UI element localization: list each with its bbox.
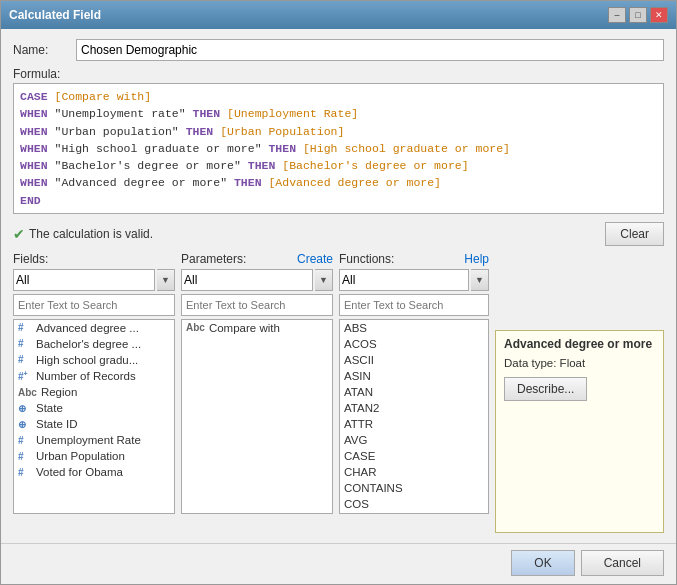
- hash-icon: #: [18, 322, 32, 333]
- hash-icon: #: [18, 451, 32, 462]
- formula-label: Formula:: [13, 67, 664, 81]
- hash-icon: #: [18, 467, 32, 478]
- describe-button[interactable]: Describe...: [504, 377, 587, 401]
- hash-icon: #: [18, 338, 32, 349]
- maximize-button[interactable]: □: [629, 7, 647, 23]
- list-item[interactable]: ABS: [340, 320, 488, 336]
- list-item[interactable]: ASCII: [340, 352, 488, 368]
- list-item[interactable]: CONTAINS: [340, 480, 488, 496]
- functions-list: ABS ACOS ASCII ASIN ATAN ATAN2 ATTR AVG …: [339, 319, 489, 514]
- ok-button[interactable]: OK: [511, 550, 574, 576]
- hash-icon: #: [18, 435, 32, 446]
- params-dropdown-arrow[interactable]: ▼: [315, 269, 333, 291]
- list-item[interactable]: ⊕State ID: [14, 416, 174, 432]
- params-dropdown[interactable]: All: [181, 269, 313, 291]
- name-row: Name:: [13, 39, 664, 61]
- info-box: Advanced degree or more Data type: Float…: [495, 330, 664, 533]
- validation-row: ✔ The calculation is valid. Clear: [13, 222, 664, 246]
- info-spacer2: [495, 278, 664, 300]
- title-bar-buttons: – □ ✕: [608, 7, 668, 23]
- list-item[interactable]: ATAN: [340, 384, 488, 400]
- list-item[interactable]: #Unemployment Rate: [14, 432, 174, 448]
- hash-icon: #: [18, 354, 32, 365]
- cancel-button[interactable]: Cancel: [581, 550, 664, 576]
- info-title: Advanced degree or more: [504, 337, 655, 351]
- list-item[interactable]: CHAR: [340, 464, 488, 480]
- list-item[interactable]: COT: [340, 512, 488, 514]
- fields-dropdown-arrow[interactable]: ▼: [157, 269, 175, 291]
- functions-panel: Functions: Help All ▼ ABS ACOS ASCII ASI…: [339, 252, 489, 533]
- dialog-footer: OK Cancel: [1, 543, 676, 584]
- info-panel: Advanced degree or more Data type: Float…: [495, 252, 664, 533]
- info-datatype: Data type: Float: [504, 357, 655, 369]
- params-header: Parameters: Create: [181, 252, 333, 266]
- dialog: Calculated Field – □ ✕ Name: Formula: CA…: [0, 0, 677, 585]
- list-item[interactable]: ⊕State: [14, 400, 174, 416]
- list-item[interactable]: ATAN2: [340, 400, 488, 416]
- list-item[interactable]: CASE: [340, 448, 488, 464]
- functions-title: Functions:: [339, 252, 394, 266]
- help-link[interactable]: Help: [464, 252, 489, 266]
- list-item[interactable]: #Advanced degree ...: [14, 320, 174, 336]
- fields-panel: Fields: All ▼ #Advanced degree ... #Bach…: [13, 252, 175, 533]
- abc-icon: Abc: [186, 322, 205, 333]
- valid-text: The calculation is valid.: [29, 227, 153, 241]
- title-bar: Calculated Field – □ ✕: [1, 1, 676, 29]
- list-item[interactable]: AVG: [340, 432, 488, 448]
- list-item[interactable]: #Voted for Obama: [14, 464, 174, 480]
- clear-button[interactable]: Clear: [605, 222, 664, 246]
- params-list: AbcCompare with: [181, 319, 333, 514]
- list-item[interactable]: ATTR: [340, 416, 488, 432]
- params-dropdown-row: All ▼: [181, 269, 333, 291]
- info-spacer3: [495, 304, 664, 326]
- abc-icon: Abc: [18, 387, 37, 398]
- formula-box[interactable]: CASE [Compare with] WHEN "Unemployment r…: [13, 83, 664, 214]
- functions-search[interactable]: [339, 294, 489, 316]
- name-input[interactable]: [76, 39, 664, 61]
- list-item[interactable]: COS: [340, 496, 488, 512]
- list-item[interactable]: AbcRegion: [14, 384, 174, 400]
- list-item[interactable]: #High school gradu...: [14, 352, 174, 368]
- valid-icon: ✔: [13, 226, 25, 242]
- functions-dropdown[interactable]: All: [339, 269, 469, 291]
- create-link[interactable]: Create: [297, 252, 333, 266]
- formula-section: Formula: CASE [Compare with] WHEN "Unemp…: [13, 67, 664, 214]
- close-button[interactable]: ✕: [650, 7, 668, 23]
- list-item[interactable]: ASIN: [340, 368, 488, 384]
- list-item[interactable]: AbcCompare with: [182, 320, 332, 336]
- dialog-title: Calculated Field: [9, 8, 101, 22]
- globe-icon: ⊕: [18, 419, 32, 430]
- list-item[interactable]: #Urban Population: [14, 448, 174, 464]
- name-label: Name:: [13, 43, 68, 57]
- globe-icon: ⊕: [18, 403, 32, 414]
- fields-list: #Advanced degree ... #Bachelor's degree …: [13, 319, 175, 514]
- list-item[interactable]: #Bachelor's degree ...: [14, 336, 174, 352]
- fields-title: Fields:: [13, 252, 48, 266]
- params-search[interactable]: [181, 294, 333, 316]
- info-spacer: [495, 252, 664, 274]
- list-item[interactable]: #+Number of Records: [14, 368, 174, 384]
- params-panel: Parameters: Create All ▼ AbcCompare with: [181, 252, 333, 533]
- fields-dropdown-row: All ▼: [13, 269, 175, 291]
- functions-header: Functions: Help: [339, 252, 489, 266]
- dialog-content: Name: Formula: CASE [Compare with] WHEN …: [1, 29, 676, 543]
- hash-icon: #+: [18, 370, 32, 382]
- functions-dropdown-arrow[interactable]: ▼: [471, 269, 489, 291]
- functions-dropdown-row: All ▼: [339, 269, 489, 291]
- list-item[interactable]: ACOS: [340, 336, 488, 352]
- params-title: Parameters:: [181, 252, 246, 266]
- fields-dropdown[interactable]: All: [13, 269, 155, 291]
- minimize-button[interactable]: –: [608, 7, 626, 23]
- valid-message: ✔ The calculation is valid.: [13, 226, 153, 242]
- fields-search[interactable]: [13, 294, 175, 316]
- panels-container: Fields: All ▼ #Advanced degree ... #Bach…: [13, 252, 664, 533]
- fields-header: Fields:: [13, 252, 175, 266]
